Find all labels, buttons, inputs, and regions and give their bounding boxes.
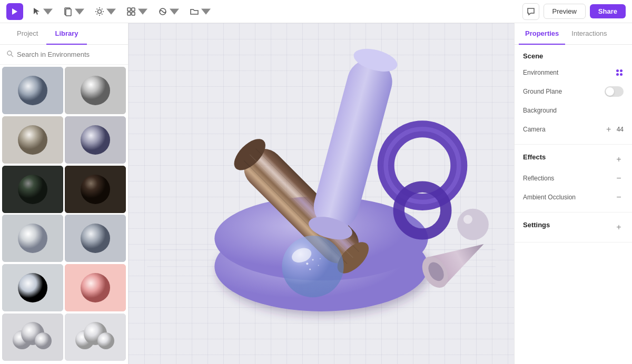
folder-tool-btn[interactable] (185, 5, 215, 18)
environment-label: Environment (523, 69, 558, 76)
settings-add-button[interactable]: + (614, 223, 624, 232)
svg-point-30 (81, 175, 110, 204)
list-item[interactable] (2, 166, 63, 213)
camera-controls: + 44 (604, 125, 624, 134)
tab-interactions[interactable]: Interactions (565, 23, 613, 45)
search-input[interactable] (17, 50, 122, 58)
sidebar-tabs: Project Library (0, 23, 128, 45)
effects-tool-btn[interactable] (91, 5, 120, 18)
comment-button[interactable] (522, 3, 539, 20)
material-tool-btn[interactable] (154, 5, 183, 18)
library-grid (0, 65, 128, 364)
select-tool-btn[interactable] (27, 5, 57, 18)
ambient-occlusion-label: Ambient Occlusion (523, 194, 576, 201)
list-item[interactable] (2, 314, 63, 361)
ambient-occlusion-remove-button[interactable]: − (614, 193, 624, 202)
svg-line-8 (97, 8, 98, 9)
background-value (605, 105, 624, 116)
pages-tool-btn[interactable] (59, 5, 88, 18)
scene-section: Scene Environment Ground Plane (515, 45, 632, 145)
svg-rect-12 (127, 8, 131, 11)
svg-point-70 (320, 258, 321, 259)
svg-point-22 (81, 76, 110, 105)
dots-grid-icon (616, 69, 624, 76)
list-item[interactable] (65, 264, 126, 311)
list-item[interactable] (65, 67, 126, 114)
panel-tabs: Properties Interactions (515, 23, 632, 45)
topnav: Preview Share (0, 0, 632, 23)
environment-row: Environment (523, 65, 624, 80)
list-item[interactable] (65, 314, 126, 361)
effects-add-button[interactable]: + (614, 155, 624, 164)
svg-point-68 (318, 265, 319, 266)
settings-section: Settings + (515, 213, 632, 242)
background-row: Background (523, 103, 624, 118)
ground-plane-label: Ground Plane (523, 88, 562, 95)
svg-point-20 (18, 76, 47, 105)
svg-point-69 (309, 268, 311, 270)
main-layout: Project Library (0, 23, 632, 364)
list-item[interactable] (2, 67, 63, 114)
svg-rect-13 (132, 8, 135, 11)
left-sidebar: Project Library (0, 23, 129, 364)
app-logo[interactable] (6, 3, 23, 20)
svg-line-9 (102, 14, 103, 15)
svg-point-46 (97, 332, 114, 349)
effects-header-row: Effects + (523, 152, 624, 167)
effects-title: Effects (523, 153, 546, 161)
right-panel: Properties Interactions Scene Environmen… (514, 23, 632, 364)
camera-add-button[interactable]: + (604, 125, 614, 134)
svg-point-38 (81, 273, 110, 302)
panel-content: Scene Environment Ground Plane (515, 45, 632, 364)
ground-plane-toggle[interactable] (605, 86, 624, 97)
list-item[interactable] (2, 215, 63, 262)
svg-point-74 (463, 215, 472, 224)
svg-line-11 (97, 14, 98, 15)
sidebar-search-bar (0, 45, 128, 65)
share-button[interactable]: Share (590, 4, 626, 18)
canvas-area[interactable] (129, 23, 514, 364)
camera-label: Camera (523, 126, 546, 133)
svg-point-67 (312, 259, 313, 260)
list-item[interactable] (2, 116, 63, 164)
svg-point-66 (306, 262, 308, 265)
svg-line-10 (102, 8, 103, 9)
nav-right: Preview Share (522, 3, 626, 20)
list-item[interactable] (65, 166, 126, 213)
svg-point-32 (18, 224, 47, 253)
svg-point-36 (18, 273, 47, 302)
tab-properties[interactable]: Properties (519, 23, 565, 45)
svg-marker-0 (12, 8, 17, 15)
scene-3d (137, 25, 506, 362)
settings-title: Settings (523, 221, 550, 229)
preview-button[interactable]: Preview (544, 4, 586, 19)
tab-project[interactable]: Project (8, 23, 46, 45)
reflections-row: Reflections − (523, 171, 624, 186)
svg-rect-2 (66, 9, 71, 16)
svg-point-28 (18, 175, 47, 204)
list-item[interactable] (65, 215, 126, 262)
svg-point-24 (18, 125, 47, 155)
list-item[interactable] (2, 264, 63, 311)
svg-rect-15 (132, 12, 135, 15)
reflections-remove-button[interactable]: − (614, 174, 624, 183)
background-label: Background (523, 107, 557, 114)
ground-plane-row: Ground Plane (523, 84, 624, 99)
camera-row: Camera + 44 (523, 122, 624, 137)
transform-tool-btn[interactable] (122, 5, 152, 18)
svg-line-18 (11, 55, 13, 57)
list-item[interactable] (65, 116, 126, 164)
reflections-label: Reflections (523, 175, 554, 182)
settings-header-row: Settings + (523, 220, 624, 235)
svg-point-34 (81, 224, 110, 253)
svg-point-17 (7, 51, 12, 55)
effects-section: Effects + Reflections − Ambient Occlusio… (515, 145, 632, 213)
svg-point-73 (457, 209, 489, 240)
svg-point-26 (81, 125, 110, 155)
tab-library[interactable]: Library (46, 23, 86, 45)
canvas-content (129, 23, 514, 364)
environment-dots[interactable] (616, 69, 624, 76)
search-icon (6, 50, 14, 59)
ambient-occlusion-row: Ambient Occlusion − (523, 190, 624, 205)
svg-point-3 (98, 9, 102, 13)
